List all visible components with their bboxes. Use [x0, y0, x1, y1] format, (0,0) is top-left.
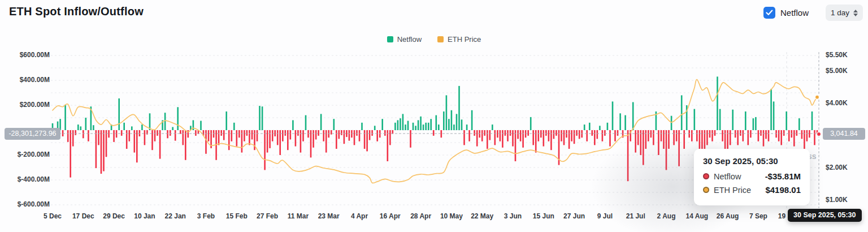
netflow-bar [548, 130, 550, 141]
chart-tooltip: 30 Sep 2025, 05:30 Netflow -$35.81M ETH … [694, 149, 810, 205]
netflow-bar [116, 130, 118, 138]
netflow-bar [681, 95, 683, 130]
netflow-bar [612, 101, 614, 130]
netflow-bar [305, 115, 307, 130]
netflow-bar [88, 130, 89, 141]
netflow-bar [532, 130, 534, 145]
netflow-bar [433, 130, 435, 136]
netflow-bar [336, 130, 337, 149]
netflow-bar [279, 130, 281, 155]
netflow-bar [277, 130, 279, 145]
netflow-bar [164, 113, 166, 130]
x-axis-tick: 4 Apr [351, 212, 368, 220]
netflow-bar [423, 124, 424, 130]
netflow-bar [208, 130, 210, 141]
netflow-bar [93, 125, 94, 130]
netflow-bar [543, 130, 545, 147]
netflow-bar [381, 119, 383, 130]
tooltip-label: ETH Price [714, 186, 751, 195]
netflow-bar [770, 89, 772, 130]
netflow-bar [394, 123, 396, 130]
netflow-bar [238, 130, 240, 138]
netflow-bar [451, 110, 453, 130]
netflow-last-dot [817, 132, 821, 136]
x-axis-tick: 22 Jan [165, 212, 186, 220]
netflow-bar [80, 126, 82, 130]
eth-price-last-dot [815, 95, 819, 99]
x-axis-tick: 5 Dec [44, 212, 62, 220]
right-axis-tick: $5.50K [826, 51, 848, 59]
netflow-bar [632, 102, 634, 131]
netflow-bar [512, 130, 514, 147]
netflow-bar [188, 130, 189, 138]
netflow-bar [292, 120, 294, 130]
right-axis-tick: $1.00K [826, 196, 848, 204]
netflow-bar [177, 107, 179, 130]
netflow-bar [732, 110, 734, 130]
netflow-bar [131, 126, 133, 130]
netflow-bar [341, 130, 342, 135]
netflow-bar [361, 123, 363, 130]
netflow-bar [228, 130, 230, 150]
netflow-bar [463, 130, 465, 145]
x-axis-tick: 3 Jun [504, 212, 522, 220]
netflow-bar [157, 130, 158, 136]
netflow-bar [540, 130, 542, 138]
netflow-bar [500, 130, 501, 141]
netflow-bar [195, 130, 197, 136]
netflow-bar [85, 118, 87, 130]
eth-price-dot-icon [703, 187, 709, 193]
netflow-crosshair-badge: -28,301,273.96 [5, 128, 60, 140]
netflow-bar [67, 130, 69, 142]
netflow-bar [755, 117, 757, 130]
netflow-bar [106, 130, 107, 157]
left-axis-tick: $200.00M [5, 101, 50, 109]
netflow-bar [354, 130, 355, 145]
netflow-bar [474, 130, 475, 136]
netflow-bar [259, 106, 261, 130]
eth-spot-inflow-outflow-widget: ETH Spot Inflow/Outflow Netflow 1 day Ne… [0, 0, 868, 232]
netflow-bar [374, 126, 376, 130]
netflow-bar [783, 130, 785, 136]
netflow-bar [75, 130, 76, 135]
netflow-bar [123, 123, 125, 130]
x-axis-tick: 15 Jun [533, 212, 554, 220]
netflow-bar [793, 130, 795, 147]
netflow-bar [297, 130, 299, 136]
netflow-bar [806, 130, 808, 141]
netflow-bar [144, 130, 146, 145]
x-axis-tick: 22 May [471, 212, 493, 220]
netflow-bar [136, 130, 138, 162]
netflow-bar [484, 130, 485, 136]
tooltip-value: $4198.01 [765, 185, 801, 195]
netflow-bar [379, 130, 381, 138]
netflow-bar [505, 130, 506, 136]
netflow-dot-icon [703, 173, 709, 179]
netflow-bar [579, 130, 580, 139]
netflow-bar [545, 130, 547, 136]
netflow-bar [402, 114, 404, 130]
left-axis-tick: $-600.00M [5, 200, 50, 208]
netflow-bar [338, 130, 340, 139]
netflow-bar [218, 130, 220, 145]
netflow-bar [517, 130, 519, 139]
netflow-bar [220, 130, 222, 136]
tooltip-row-eth-price: ETH Price $4198.01 [703, 185, 801, 195]
netflow-bar [167, 130, 168, 138]
netflow-bar [497, 130, 498, 138]
tooltip-label: Netflow [714, 172, 741, 181]
netflow-bar [141, 124, 143, 130]
netflow-bar [257, 130, 258, 141]
netflow-bar [70, 130, 71, 178]
netflow-bar [333, 119, 335, 130]
netflow-bar [476, 130, 478, 147]
netflow-bar [448, 119, 450, 130]
netflow-bar [576, 130, 578, 136]
netflow-bar [671, 116, 672, 130]
netflow-bar [96, 130, 97, 168]
netflow-bar [364, 130, 366, 149]
netflow-bar [461, 119, 463, 130]
netflow-bar [717, 76, 718, 130]
netflow-bar [415, 126, 416, 130]
netflow-bar [231, 130, 233, 141]
